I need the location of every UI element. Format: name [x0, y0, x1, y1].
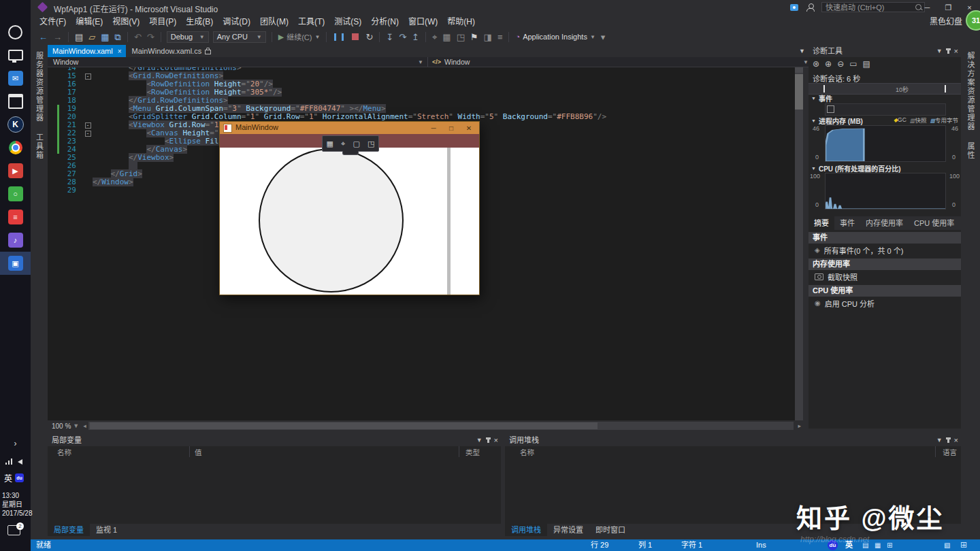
menu-调试(D)[interactable]: 调试(D) [218, 15, 255, 29]
list-icon[interactable]: ≡ [497, 33, 503, 41]
menu-窗口(W)[interactable]: 窗口(W) [404, 15, 442, 29]
flag-icon[interactable]: ⚑ [470, 33, 478, 41]
tray-expand-icon[interactable]: › [0, 439, 31, 448]
app-icon-k[interactable]: K [0, 113, 31, 136]
undo-icon[interactable]: ↶ [134, 33, 142, 41]
enable-selection-icon[interactable]: ⌖ [341, 139, 345, 148]
menu-项目(P)[interactable]: 项目(P) [144, 15, 181, 29]
live-visual-tree-icon[interactable]: ▦ [327, 139, 333, 148]
dock-tab-服务器资源管理器[interactable]: 服务器资源管理器 [34, 52, 45, 122]
dock-tab-属性[interactable]: 属性 [965, 142, 976, 160]
splitter-grip[interactable] [795, 67, 803, 73]
fold-icon[interactable]: - [85, 122, 91, 129]
menu-测试(S)[interactable]: 测试(S) [329, 15, 366, 29]
step-into-icon[interactable]: ↧ [386, 33, 393, 41]
horizontal-scrollbar[interactable] [88, 422, 794, 430]
continue-button[interactable]: ▶继续(C)▼ [278, 31, 321, 42]
save-all-icon[interactable]: ⧉ [115, 33, 121, 41]
minimize-button[interactable]: ─ [917, 0, 938, 15]
zoom-control[interactable]: 100 % [52, 422, 71, 430]
pin-icon[interactable] [947, 437, 949, 443]
track-focus-icon[interactable]: ◳ [368, 139, 374, 148]
dock-tab-解决方案资源管理器[interactable]: 解决方案资源管理器 [965, 52, 976, 131]
app-icon-active-blue[interactable]: ▣ [0, 252, 31, 275]
window-position-icon[interactable]: ▼ [936, 437, 943, 444]
column-name[interactable]: 名称 [520, 447, 534, 457]
account-icon[interactable] [806, 3, 815, 12]
tab-mainwindow-xaml[interactable]: MainWindow.xaml × [48, 45, 126, 57]
close-tab-icon[interactable]: × [118, 48, 122, 55]
menu-帮助(H)[interactable]: 帮助(H) [442, 15, 480, 29]
app-icon-media-player[interactable]: ▶ [0, 159, 31, 182]
ime-tool-icon-2[interactable]: ▦ [875, 539, 881, 551]
menu-工具(T)[interactable]: 工具(T) [293, 15, 329, 29]
tray-clock[interactable]: 13:30 星期日 2017/5/28 [2, 491, 33, 518]
pin-icon[interactable] [487, 437, 489, 443]
close-icon[interactable]: × [494, 436, 498, 444]
diag-tab-事件[interactable]: 事件 [834, 216, 860, 230]
column-type[interactable]: 类型 [466, 447, 480, 457]
feedback-icon[interactable] [790, 4, 798, 11]
diag-tab-内存使用率[interactable]: 内存使用率 [860, 216, 909, 230]
nav-back-icon[interactable]: ← [39, 33, 48, 41]
diag-tab-CPU 使用率[interactable]: CPU 使用率 [909, 216, 960, 230]
app-icon-calendar[interactable] [0, 90, 31, 113]
tray-ime[interactable]: 英 du [4, 472, 24, 484]
app-icon-ring[interactable] [0, 20, 31, 44]
dock-tab-工具箱[interactable]: 工具箱 [34, 133, 45, 160]
nav-forward-icon[interactable]: → [53, 33, 62, 41]
document-list-chevron-icon[interactable]: ▼ [799, 48, 805, 54]
display-adorners-icon[interactable]: ▢ [353, 139, 359, 148]
ime-lang-label[interactable]: 英 [4, 472, 12, 484]
network-icon[interactable] [5, 458, 14, 465]
toolbar-overflow-icon[interactable]: ▾ [601, 33, 606, 41]
ime-grid-icon[interactable]: ⊞ [960, 539, 967, 551]
target-icon[interactable]: ⌖ [432, 33, 437, 41]
step-out-icon[interactable]: ↥ [412, 33, 419, 41]
summary-link-截取快照[interactable]: 截取快照 [808, 270, 961, 283]
window-position-icon[interactable]: ▼ [476, 437, 483, 444]
restart-icon[interactable]: ↻ [365, 33, 373, 41]
action-center-icon[interactable]: 2 [7, 525, 20, 535]
scrollbar-thumb[interactable] [90, 422, 598, 429]
menu-视图(V)[interactable]: 视图(V) [108, 15, 144, 29]
app-icon-red[interactable]: ≡ [0, 205, 31, 229]
scrollbar-thumb[interactable] [795, 74, 803, 110]
app-icon-monitor[interactable] [0, 44, 31, 67]
column-language[interactable]: 语言 [943, 447, 957, 457]
app-close-button[interactable]: ✕ [460, 124, 478, 132]
cpu-section-header[interactable]: ▼ CPU (所有处理器的百分比) [808, 163, 961, 173]
memory-chart[interactable] [825, 125, 946, 162]
grid-splitter[interactable] [447, 148, 451, 295]
vertical-scrollbar[interactable] [795, 67, 803, 420]
zoom-out-icon[interactable]: ⊖ [837, 59, 844, 69]
zoom-in-icon[interactable]: ⊕ [825, 59, 832, 69]
panel-tab-局部变量[interactable]: 局部变量 [48, 524, 90, 536]
save-icon[interactable]: ▦ [101, 33, 109, 41]
menu-分析(N)[interactable]: 分析(N) [366, 15, 404, 29]
app-icon-mail[interactable]: ✉ [0, 67, 31, 90]
break-all-button[interactable] [334, 33, 344, 41]
baidu-ime-icon[interactable]: du [15, 473, 24, 482]
column-value[interactable]: 值 [195, 447, 202, 457]
volume-icon[interactable] [18, 459, 22, 465]
app-icon-chrome[interactable] [0, 136, 31, 159]
fold-icon[interactable]: - [85, 131, 91, 137]
reset-view-icon[interactable]: ▭ [849, 59, 857, 69]
open-file-icon[interactable]: ▱ [88, 33, 95, 41]
scroll-left-icon[interactable]: ◂ [83, 422, 86, 429]
breadcrumb-left-combo[interactable]: Window ▼ [48, 57, 428, 67]
fold-icon[interactable]: - [85, 73, 91, 80]
summary-link-所有事件(0 个，共 0 个)[interactable]: ◈所有事件(0 个，共 0 个) [808, 244, 961, 256]
ime-tool-icon-4[interactable]: ▧ [944, 539, 950, 551]
menu-生成(B)[interactable]: 生成(B) [181, 15, 218, 29]
panel-tab-调用堆栈[interactable]: 调用堆栈 [505, 524, 547, 536]
summary-link-启用 CPU 分析[interactable]: ◉启用 CPU 分析 [808, 297, 961, 310]
app-icon-green[interactable]: ○ [0, 182, 31, 205]
diag-tab-摘要[interactable]: 摘要 [808, 216, 834, 230]
app-maximize-button[interactable]: □ [442, 124, 460, 132]
quick-launch-input[interactable]: 快速启动 (Ctrl+Q) [821, 2, 925, 12]
redo-icon[interactable]: ↷ [147, 33, 154, 41]
app-icon-purple[interactable]: ♪ [0, 229, 31, 252]
events-section-header[interactable]: ▼ 事件 [808, 93, 961, 103]
